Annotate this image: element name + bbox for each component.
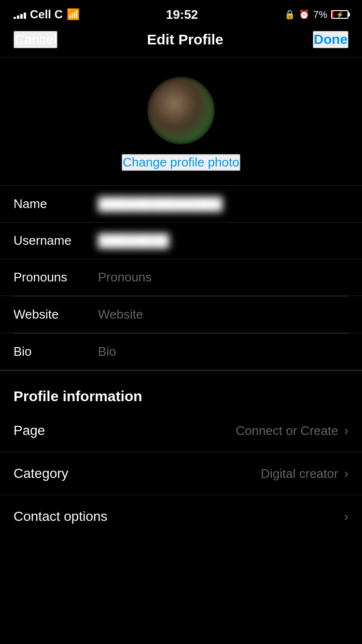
category-label: Category (14, 466, 69, 481)
status-left: Cell C 📶 (14, 8, 80, 21)
photo-section: Change profile photo (0, 57, 362, 186)
category-row[interactable]: Category Digital creator › (0, 452, 362, 495)
status-bar: Cell C 📶 19:52 🔒 ⏰ 7% ⚡ (0, 0, 362, 26)
bio-input[interactable]: Bio (98, 344, 348, 359)
change-photo-button[interactable]: Change profile photo (122, 154, 240, 171)
contact-chevron-icon: › (344, 509, 348, 524)
website-input[interactable]: Website (98, 307, 348, 322)
profile-info-title: Profile information (0, 378, 362, 409)
battery-fill (332, 11, 334, 18)
page-chevron-icon: › (344, 423, 348, 438)
battery-percent: 7% (313, 9, 327, 20)
profile-info-section: Profile information Page Connect or Crea… (0, 370, 362, 538)
category-chevron-icon: › (344, 466, 348, 481)
form-section: Name ██████████████ Username ████████ Pr… (0, 186, 362, 370)
page-right: Connect or Create › (236, 423, 348, 438)
bio-row: Bio Bio (0, 334, 362, 370)
signal-icon (14, 10, 26, 19)
name-input[interactable]: ██████████████ (98, 196, 348, 211)
name-label: Name (14, 196, 98, 211)
bio-label: Bio (14, 344, 98, 359)
contact-options-label: Contact options (14, 509, 108, 524)
contact-right: › (344, 509, 348, 524)
avatar[interactable] (147, 77, 215, 144)
wifi-icon: 📶 (67, 8, 80, 21)
lock-icon: 🔒 (284, 9, 295, 20)
website-row: Website Website (0, 296, 362, 333)
pronouns-label: Pronouns (14, 270, 98, 285)
cancel-button[interactable]: Cancel (14, 31, 57, 48)
page-title: Edit Profile (147, 31, 223, 48)
nav-bar: Cancel Edit Profile Done (0, 26, 362, 57)
contact-options-row[interactable]: Contact options › (0, 495, 362, 538)
pronouns-input[interactable]: Pronouns (98, 270, 348, 285)
category-value: Digital creator (261, 466, 338, 481)
battery-icon: ⚡ (331, 10, 348, 19)
page-value: Connect or Create (236, 423, 338, 438)
page-label: Page (14, 423, 45, 438)
done-button[interactable]: Done (313, 31, 348, 48)
username-input[interactable]: ████████ (98, 233, 348, 248)
page-row[interactable]: Page Connect or Create › (0, 409, 362, 452)
pronouns-row: Pronouns Pronouns (0, 259, 362, 296)
battery-bolt-icon: ⚡ (336, 11, 344, 18)
website-label: Website (14, 307, 98, 322)
category-right: Digital creator › (261, 466, 348, 481)
username-label: Username (14, 233, 98, 248)
status-time: 19:52 (166, 7, 198, 22)
username-row: Username ████████ (0, 223, 362, 259)
carrier-text: Cell C (30, 8, 63, 21)
avatar-image (147, 77, 215, 144)
status-right: 🔒 ⏰ 7% ⚡ (284, 9, 348, 20)
alarm-icon: ⏰ (299, 9, 309, 20)
name-row: Name ██████████████ (0, 186, 362, 223)
